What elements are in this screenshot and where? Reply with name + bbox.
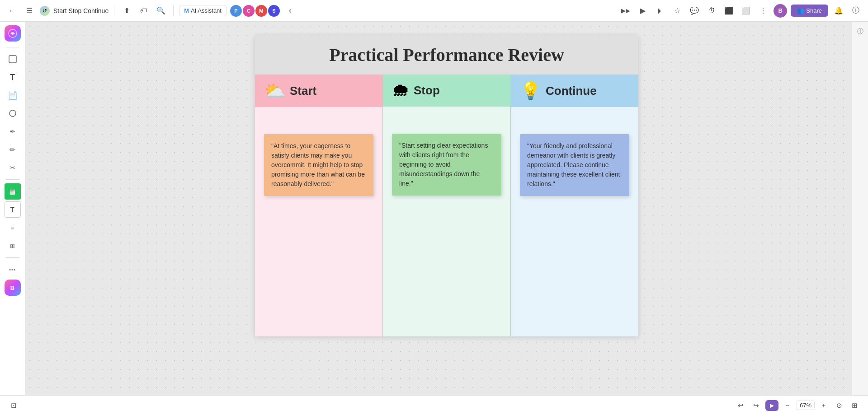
toolbar-left: ← ☰ ↺ Start Stop Continue ⬆ 🏷 🔍 M AI Ass… [5, 4, 432, 18]
ai-label: AI Assistant [191, 7, 222, 14]
board-header: Practical Performance Review [255, 35, 638, 75]
svg-point-2 [9, 110, 16, 117]
menu-button[interactable]: ☰ [23, 4, 36, 18]
continue-note[interactable]: "Your friendly and professional demeanor… [520, 134, 629, 196]
sidebar-pen[interactable]: ✒ [5, 123, 21, 140]
redo-button[interactable]: ↪ [750, 399, 763, 412]
sidebar-sep-3 [6, 257, 19, 258]
sidebar-table-green[interactable]: ▦ [5, 183, 21, 200]
start-label: Start [290, 84, 316, 98]
bottom-bar: ⊡ ↩ ↪ ▶ − 67% + ⊙ ⊞ [0, 395, 868, 415]
present-button[interactable]: ▶ [765, 400, 778, 411]
minimap-button[interactable]: ⊞ [848, 399, 861, 412]
present-icon[interactable]: ⏵ [653, 4, 667, 18]
notification-button[interactable]: 🔔 [832, 4, 845, 18]
sidebar-text[interactable]: T [5, 69, 21, 85]
stop-emoji: 🌧 [392, 81, 409, 100]
stop-note[interactable]: "Start setting clear expectations with c… [392, 134, 501, 196]
right-info-icon[interactable]: ⓘ [854, 25, 867, 38]
svg-rect-1 [9, 56, 16, 63]
undo-button[interactable]: ↩ [735, 399, 747, 412]
user-avatar[interactable]: B [774, 4, 787, 18]
continue-label: Continue [546, 84, 597, 98]
fast-forward-icon[interactable]: ▶▶ [619, 4, 632, 18]
board-title: Practical Performance Review [273, 44, 620, 65]
share-label: Share [806, 7, 822, 14]
sidebar-sep-1 [6, 47, 19, 47]
column-start: ⛅ Start "At times, your eagerness to sat… [255, 75, 382, 336]
start-note-text: "At times, your eagerness to satisfy cli… [271, 142, 365, 187]
brand-icon[interactable] [5, 25, 21, 42]
zoom-fit-button[interactable]: ⊙ [833, 399, 845, 412]
more-options-icon[interactable]: ⋮ [756, 4, 770, 18]
sidebar-sep-2 [6, 179, 19, 180]
sidebar-frames[interactable] [5, 51, 21, 67]
column-stop-body[interactable]: "Start setting clear expectations with c… [383, 107, 510, 336]
bottom-left: ⊡ [7, 399, 20, 412]
sidebar-more[interactable]: ••• [5, 261, 21, 278]
column-continue-body[interactable]: "Your friendly and professional demeanor… [511, 107, 638, 336]
main-area: T 📄 ✒ ✏ ✂ ▦ T̲ ≡ ⊞ ••• B Practical Perfo… [0, 22, 868, 395]
toolbar-right: ▶▶ ▶ ⏵ ☆ 💬 ⏱ ⬛ ⬜ ⋮ B 👥 Share 🔔 ⓘ [436, 4, 863, 18]
start-emoji: ⛅ [264, 81, 285, 101]
zoom-out-button[interactable]: − [781, 399, 794, 412]
zoom-display[interactable]: 67% [797, 401, 815, 410]
continue-note-text: "Your friendly and professional demeanor… [527, 142, 620, 187]
doc-title: Start Stop Continue [53, 7, 108, 14]
stop-note-text: "Start setting clear expectations with c… [399, 142, 488, 187]
ai-icon: M [184, 7, 189, 14]
avatar-m[interactable]: M [255, 5, 267, 17]
right-panel: ⓘ [852, 22, 868, 395]
left-sidebar: T 📄 ✒ ✏ ✂ ▦ T̲ ≡ ⊞ ••• B [0, 22, 25, 395]
column-stop: 🌧 Stop "Start setting clear expectations… [382, 75, 511, 336]
sidebar-list[interactable]: ≡ [5, 219, 21, 236]
collab-avatars: P C M S [230, 5, 280, 17]
share-button[interactable]: 👥 Share [791, 5, 828, 17]
sidebar-sticky[interactable]: 📄 [5, 87, 21, 103]
start-note[interactable]: "At times, your eagerness to satisfy cli… [264, 134, 373, 196]
avatar-c[interactable]: C [243, 5, 255, 17]
column-stop-header: 🌧 Stop [383, 75, 510, 107]
map-toggle-button[interactable]: ⊡ [7, 399, 20, 412]
bottom-right: ↩ ↪ ▶ − 67% + ⊙ ⊞ [735, 399, 861, 412]
column-continue-header: 💡 Continue [511, 75, 638, 107]
sidebar-shapes[interactable] [5, 105, 21, 121]
sidebar-grid[interactable]: ⊞ [5, 238, 21, 254]
more-avatars-button[interactable]: ‹ [283, 4, 297, 18]
settings-button[interactable]: ⓘ [849, 4, 863, 18]
frame-icon[interactable]: ⬜ [739, 4, 753, 18]
zoom-in-button[interactable]: + [817, 399, 830, 412]
avatar-s[interactable]: S [268, 5, 280, 17]
board: Practical Performance Review ⛅ Start "At… [255, 35, 638, 336]
play-icon[interactable]: ▶ [636, 4, 650, 18]
stop-label: Stop [414, 84, 440, 98]
brand-kit-label: B [10, 284, 14, 291]
column-continue: 💡 Continue "Your friendly and profession… [511, 75, 638, 336]
doc-icon: ↺ [40, 6, 50, 16]
sidebar-text-block[interactable]: T̲ [5, 201, 21, 218]
sidebar-brush[interactable]: ✏ [5, 141, 21, 158]
board-columns: ⛅ Start "At times, your eagerness to sat… [255, 75, 638, 336]
sidebar-brand-kit[interactable]: B [5, 280, 21, 296]
divider2 [173, 5, 174, 16]
avatar-p[interactable]: P [230, 5, 242, 17]
search-button[interactable]: 🔍 [154, 4, 168, 18]
divider [114, 5, 114, 16]
column-start-body[interactable]: "At times, your eagerness to satisfy cli… [255, 107, 382, 336]
column-start-header: ⛅ Start [255, 75, 382, 107]
comment-icon[interactable]: 💬 [688, 4, 701, 18]
star-icon[interactable]: ☆ [670, 4, 684, 18]
back-button[interactable]: ← [5, 4, 19, 18]
continue-emoji: 💡 [520, 81, 541, 101]
tag-button[interactable]: 🏷 [137, 4, 151, 18]
share-icon: 👥 [797, 7, 804, 14]
upload-button[interactable]: ⬆ [120, 4, 133, 18]
ai-assistant-button[interactable]: M AI Assistant [179, 5, 226, 16]
top-toolbar: ← ☰ ↺ Start Stop Continue ⬆ 🏷 🔍 M AI Ass… [0, 0, 868, 22]
canvas-area[interactable]: Practical Performance Review ⛅ Start "At… [25, 22, 868, 395]
timer-icon[interactable]: ⏱ [705, 4, 718, 18]
sidebar-scissors[interactable]: ✂ [5, 159, 21, 176]
layout-icon[interactable]: ⬛ [722, 4, 736, 18]
